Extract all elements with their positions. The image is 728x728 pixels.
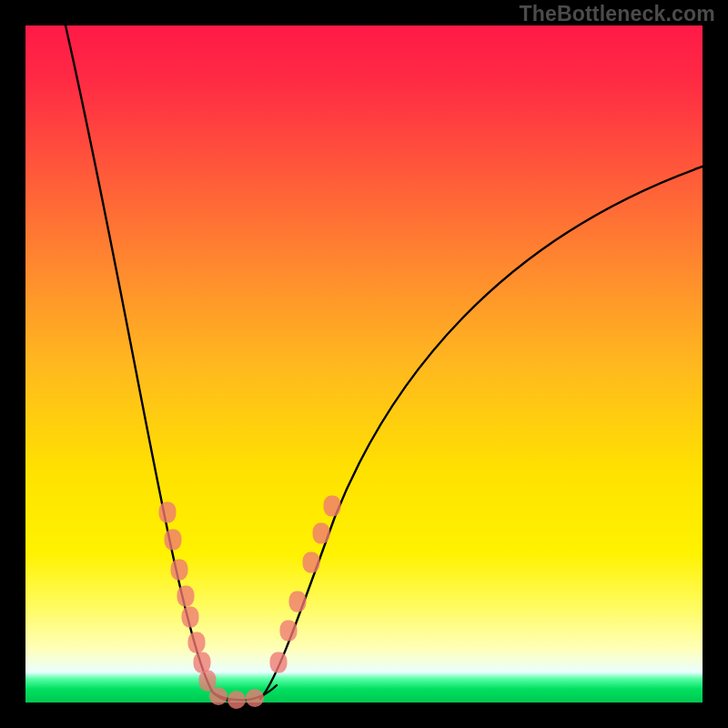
data-marker	[159, 502, 177, 523]
data-marker	[303, 552, 320, 573]
data-marker	[313, 523, 330, 544]
data-marker	[209, 687, 228, 705]
plot-area	[25, 25, 703, 703]
left-curve	[66, 25, 229, 701]
chart-frame: TheBottleneck.com	[0, 0, 728, 728]
curve-layer	[25, 25, 703, 703]
data-marker	[270, 652, 288, 673]
right-curve	[260, 167, 703, 699]
data-marker	[182, 607, 199, 628]
data-marker	[188, 632, 206, 653]
data-marker	[246, 689, 264, 707]
data-marker	[177, 586, 195, 607]
data-marker	[165, 530, 182, 551]
watermark-text: TheBottleneck.com	[519, 2, 715, 26]
data-marker	[289, 592, 307, 612]
data-marker	[324, 496, 341, 517]
data-marker	[228, 691, 246, 709]
data-marker	[280, 621, 298, 642]
data-marker	[171, 560, 188, 581]
